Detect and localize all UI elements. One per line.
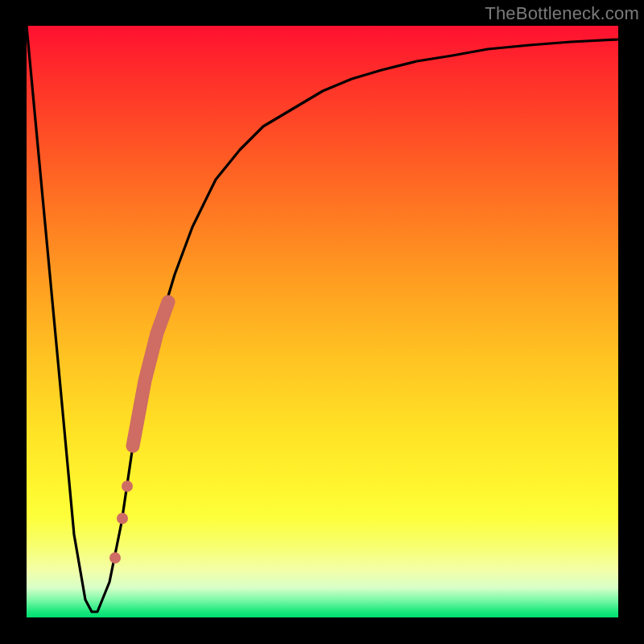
attribution-text: TheBottleneck.com: [485, 3, 639, 24]
highlight-segment: [133, 302, 168, 446]
plot-area: [27, 26, 618, 617]
highlight-dot: [109, 552, 121, 564]
bottleneck-curve: [27, 26, 618, 612]
chart-frame: TheBottleneck.com: [0, 0, 644, 644]
highlight-dot: [122, 481, 133, 492]
highlight-dot: [117, 513, 128, 524]
curve-svg: [27, 26, 618, 617]
